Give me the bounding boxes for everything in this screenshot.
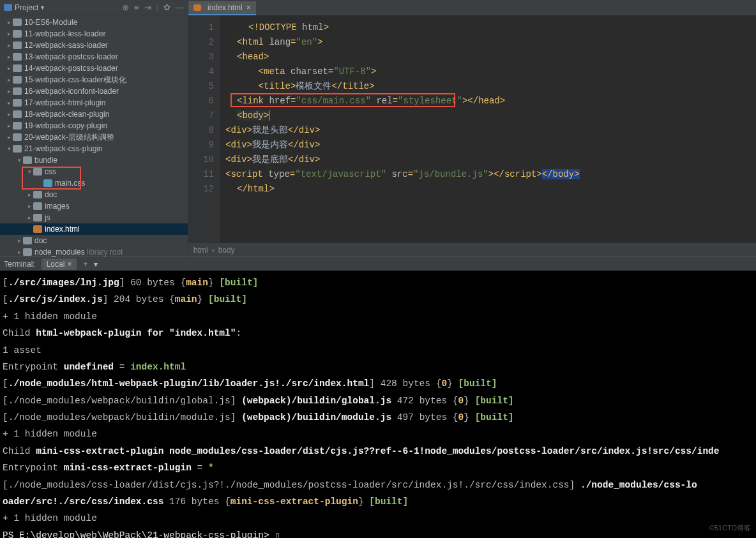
code-line[interactable]: <div>我是底部</div>	[225, 153, 756, 167]
line-number: 4	[188, 64, 214, 79]
terminal-line: [./src/images/lnj.jpg] 60 bytes {main} […	[3, 274, 756, 291]
editor-tab[interactable]: index.html ×	[188, 1, 256, 15]
close-icon[interactable]: ×	[246, 3, 251, 12]
code-line[interactable]: <script type="text/javascript" src="js/b…	[225, 167, 756, 182]
terminal-line: [./node_modules/html-webpack-plugin/lib/…	[3, 375, 756, 392]
collapse-icon[interactable]: ⇥	[144, 3, 151, 12]
expand-toggle[interactable]: ▸	[15, 249, 23, 255]
tree-folder[interactable]: ▸18-webpack-clean-plugin	[0, 108, 188, 120]
expand-toggle[interactable]: ▾	[5, 146, 13, 152]
code-line[interactable]: <head>	[225, 50, 756, 64]
expand-toggle[interactable]: ▸	[5, 77, 13, 83]
terminal-line: [./node_modules/webpack/buildin/module.j…	[3, 409, 756, 426]
expand-toggle[interactable]: ▸	[5, 134, 13, 140]
expand-toggle[interactable]: ▸	[26, 203, 33, 209]
code-content[interactable]: <!DOCTYPE html><html lang="en"><head> <m…	[220, 15, 756, 243]
tree-item-label: index.html	[45, 225, 80, 234]
breadcrumb-item[interactable]: body	[218, 246, 235, 255]
tree-folder[interactable]: ▸node_moduleslibrary root	[0, 246, 188, 257]
divider: |	[156, 3, 158, 12]
terminal-output[interactable]: [./src/images/lnj.jpg] 60 bytes {main} […	[0, 271, 756, 538]
tree-folder[interactable]: ▸12-webpack-sass-loader	[0, 40, 188, 51]
project-icon	[4, 4, 12, 11]
code-editor[interactable]: 123456789101112 <!DOCTYPE html><html lan…	[188, 15, 756, 243]
project-sidebar: Project ▾ ⊕ ≡ ⇥ | ✿ — ▸10-ES6-Module▸11-…	[0, 0, 188, 257]
tree-folder[interactable]: ▸doc	[0, 189, 188, 200]
breadcrumb[interactable]: html › body	[188, 243, 756, 257]
expand-toggle[interactable]: ▸	[15, 237, 23, 244]
terminal-line: Child html-webpack-plugin for "index.htm…	[3, 325, 756, 341]
gear-icon[interactable]: ✿	[163, 3, 170, 12]
code-line[interactable]: <title>模板文件</title>	[225, 79, 756, 94]
code-line[interactable]: <div>我是头部</div>	[225, 123, 756, 138]
sidebar-title[interactable]: Project ▾	[4, 3, 44, 12]
tree-item-label: 16-webpack-iconfont-loader	[24, 87, 119, 96]
tree-item-label: 14-webpack-postcss-loader	[24, 64, 118, 73]
add-terminal-button[interactable]: +	[83, 260, 87, 269]
folder-icon	[13, 30, 22, 38]
expand-toggle[interactable]: ▾	[26, 168, 33, 175]
tree-folder[interactable]: ▸14-webpack-postcss-loader	[0, 63, 188, 74]
tree-item-label: css	[45, 167, 56, 176]
tree-item-label: 21-webpack-css-plugin	[24, 144, 103, 153]
folder-icon	[23, 248, 32, 256]
tree-folder[interactable]: ▸20-webpack-层级结构调整	[0, 131, 188, 143]
tree-folder[interactable]: ▸19-webpack-copy-plugin	[0, 120, 188, 131]
sidebar-toolbar: ⊕ ≡ ⇥ | ✿ —	[122, 3, 184, 12]
tree-folder[interactable]: ▸15-webpack-css-loader模块化	[0, 74, 188, 86]
expand-toggle[interactable]: ▸	[5, 19, 13, 26]
tree-folder[interactable]: ▸13-webpack-postcss-loader	[0, 51, 188, 63]
code-line[interactable]: </html>	[225, 182, 756, 197]
folder-icon	[13, 133, 22, 141]
tree-item-label: 15-webpack-css-loader模块化	[24, 75, 126, 86]
tree-folder[interactable]: ▾21-webpack-css-plugin	[0, 143, 188, 154]
tree-folder[interactable]: ▸10-ES6-Module	[0, 17, 188, 28]
close-icon[interactable]: ×	[67, 260, 72, 269]
terminal-line: [./node_modules/css-loader/dist/cjs.js?!…	[3, 477, 756, 493]
code-line[interactable]: <body>	[225, 108, 756, 123]
code-line[interactable]: <meta charset="UTF-8">	[225, 64, 756, 79]
tree-folder[interactable]: ▾css	[0, 166, 188, 177]
expand-icon[interactable]: ≡	[134, 3, 139, 12]
terminal-line: 1 asset	[3, 342, 756, 359]
terminal-menu-icon[interactable]: ▾	[94, 260, 98, 269]
expand-toggle[interactable]: ▸	[26, 214, 33, 221]
tree-folder[interactable]: ▾bundle	[0, 154, 188, 166]
folder-icon	[33, 202, 42, 210]
tree-folder[interactable]: ▸16-webpack-iconfont-loader	[0, 86, 188, 97]
expand-toggle[interactable]: ▸	[5, 31, 13, 37]
project-tree[interactable]: ▸10-ES6-Module▸11-webpack-less-loader▸12…	[0, 15, 188, 257]
tree-folder[interactable]: ▸images	[0, 200, 188, 212]
code-line[interactable]: <html lang="en">	[225, 35, 756, 50]
terminal-line: Entrypoint mini-css-extract-plugin = *	[3, 460, 756, 476]
expand-toggle[interactable]: ▸	[5, 123, 13, 129]
tree-file[interactable]: main.css	[0, 177, 188, 189]
expand-toggle[interactable]: ▸	[5, 54, 13, 60]
expand-toggle[interactable]: ▾	[15, 157, 23, 163]
code-line[interactable]: <link href="css/main.css" rel="styleshee…	[225, 94, 756, 108]
tree-folder[interactable]: ▸doc	[0, 235, 188, 246]
tree-item-label: doc	[34, 236, 47, 245]
tree-folder[interactable]: ▸17-webpack-html-plugin	[0, 97, 188, 108]
breadcrumb-item[interactable]: html	[193, 246, 208, 255]
tree-file[interactable]: index.html	[0, 223, 188, 235]
hide-icon[interactable]: —	[176, 3, 184, 12]
locate-icon[interactable]: ⊕	[122, 3, 129, 12]
tree-folder[interactable]: ▸js	[0, 212, 188, 223]
expand-toggle[interactable]: ▸	[5, 88, 13, 94]
code-line[interactable]: <!DOCTYPE html>	[225, 20, 756, 35]
terminal-line: Entrypoint undefined = index.html	[3, 359, 756, 375]
expand-toggle[interactable]: ▸	[5, 42, 13, 49]
folder-icon	[13, 99, 22, 107]
folder-icon	[23, 156, 32, 164]
expand-toggle[interactable]: ▸	[5, 65, 13, 71]
expand-toggle[interactable]: ▸	[26, 191, 33, 198]
expand-toggle[interactable]: ▸	[5, 111, 13, 117]
line-number: 8	[188, 123, 214, 138]
tree-item-label: bundle	[34, 156, 57, 165]
tree-folder[interactable]: ▸11-webpack-less-loader	[0, 28, 188, 40]
code-line[interactable]: <div>我是内容</div>	[225, 138, 756, 153]
expand-toggle[interactable]: ▸	[5, 100, 13, 106]
tree-item-label: 17-webpack-html-plugin	[24, 98, 105, 107]
terminal-tab[interactable]: Local ×	[42, 258, 77, 270]
